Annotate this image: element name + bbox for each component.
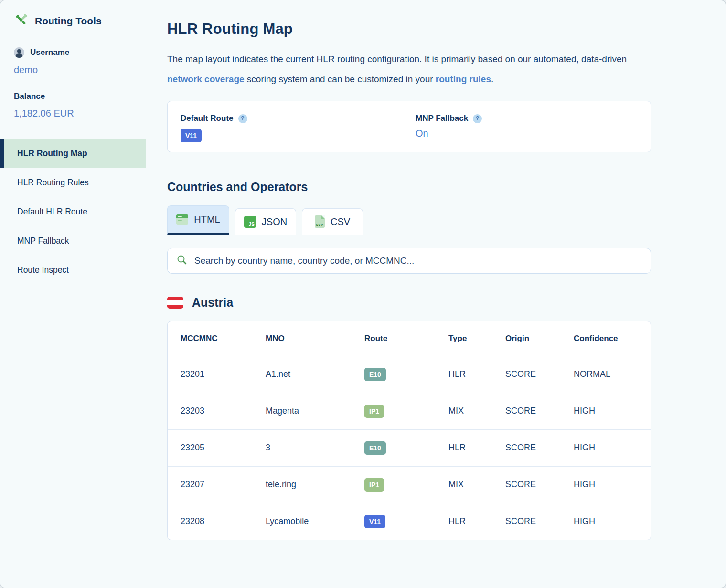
route-badge: V11 <box>364 515 385 528</box>
balance-value: 1,182.06 EUR <box>0 108 146 119</box>
route-badge: E10 <box>364 441 386 455</box>
col-header-origin: Origin <box>505 321 574 356</box>
cell-route: IP1 <box>364 466 448 503</box>
route-badge: E10 <box>364 368 386 381</box>
routing-rules-link[interactable]: routing rules <box>436 74 491 84</box>
csv-file-icon: CSV <box>315 215 325 228</box>
table-row: 23207 tele.ring IP1 MIX SCORE HIGH <box>168 466 651 503</box>
cell-mno: Magenta <box>266 393 364 429</box>
col-header-mno: MNO <box>266 321 364 356</box>
format-tabs: HTML JS JSON CSV CSV <box>167 205 651 235</box>
cell-origin: SCORE <box>505 466 574 503</box>
description-text: The map layout indicates the current HLR… <box>167 54 627 64</box>
username-label: Username <box>30 48 69 57</box>
table-row: 23205 3 E10 HLR SCORE HIGH <box>168 429 651 466</box>
app-window: Routing Tools Username demo Balance 1,18… <box>0 0 726 588</box>
cell-route: E10 <box>364 429 448 466</box>
operators-table: MCCMNC MNO Route Type Origin Confidence … <box>167 321 651 540</box>
network-coverage-link[interactable]: network coverage <box>167 74 245 84</box>
cell-mno: Lycamobile <box>266 503 364 540</box>
app-title: Routing Tools <box>35 15 102 27</box>
cell-mccmnc: 23203 <box>168 393 266 429</box>
user-avatar-icon <box>14 47 24 58</box>
cell-confidence: HIGH <box>574 393 651 429</box>
routing-tools-icon <box>14 13 28 29</box>
default-route-label: Default Route <box>181 114 234 123</box>
table-row: 23201 A1.net E10 HLR SCORE NORMAL <box>168 356 651 393</box>
sidebar-item-hlr-routing-rules[interactable]: HLR Routing Rules <box>0 168 146 197</box>
section-title-countries-operators: Countries and Operators <box>167 180 651 194</box>
description-text: scoring system and can be customized in … <box>245 74 436 84</box>
sidebar: Routing Tools Username demo Balance 1,18… <box>0 0 146 588</box>
page-title: HLR Routing Map <box>167 21 651 38</box>
mnp-fallback-value: On <box>416 128 651 139</box>
brand: Routing Tools <box>0 13 146 29</box>
cell-mccmnc: 23208 <box>168 503 266 540</box>
sidebar-nav: HLR Routing Map HLR Routing Rules Defaul… <box>0 139 146 285</box>
cell-confidence: HIGH <box>574 503 651 540</box>
page-description: The map layout indicates the current HLR… <box>167 49 652 89</box>
cell-confidence: NORMAL <box>574 356 651 393</box>
country-name: Austria <box>192 296 233 310</box>
col-header-confidence: Confidence <box>574 321 651 356</box>
table-header-row: MCCMNC MNO Route Type Origin Confidence <box>168 321 651 356</box>
search-bar <box>167 248 651 274</box>
search-icon <box>176 254 188 267</box>
tab-json-label: JSON <box>262 216 287 227</box>
cell-origin: SCORE <box>505 393 574 429</box>
cell-route: E10 <box>364 356 448 393</box>
cell-origin: SCORE <box>505 356 574 393</box>
json-js-icon: JS <box>244 216 256 228</box>
cell-confidence: HIGH <box>574 429 651 466</box>
cell-origin: SCORE <box>505 429 574 466</box>
mnp-fallback-block: MNP Fallback ? On <box>416 114 651 152</box>
csv-file-icon-text: CSV <box>316 223 323 226</box>
col-header-mccmnc: MCCMNC <box>168 321 266 356</box>
tab-html-label: HTML <box>194 214 220 225</box>
cell-confidence: HIGH <box>574 466 651 503</box>
cell-type: MIX <box>448 466 505 503</box>
mnp-fallback-help-icon[interactable]: ? <box>473 114 482 123</box>
tab-json[interactable]: JS JSON <box>235 208 296 235</box>
cell-mccmnc: 23205 <box>168 429 266 466</box>
cell-mno: tele.ring <box>266 466 364 503</box>
sidebar-item-default-hlr-route[interactable]: Default HLR Route <box>0 197 146 226</box>
austria-flag-icon <box>167 297 183 309</box>
tab-csv-label: CSV <box>331 216 350 227</box>
cell-mccmnc: 23201 <box>168 356 266 393</box>
sidebar-item-route-inspect[interactable]: Route Inspect <box>0 256 146 285</box>
country-header: Austria <box>167 296 651 310</box>
cell-mccmnc: 23207 <box>168 466 266 503</box>
search-input[interactable] <box>194 256 642 266</box>
sidebar-item-mnp-fallback[interactable]: MNP Fallback <box>0 226 146 256</box>
cell-type: MIX <box>448 393 505 429</box>
route-badge: IP1 <box>364 478 384 492</box>
tab-csv[interactable]: CSV CSV <box>302 208 363 235</box>
cell-mno: 3 <box>266 429 364 466</box>
username-row: Username <box>0 47 146 58</box>
cell-type: HLR <box>448 503 505 540</box>
route-summary-card: Default Route ? V11 MNP Fallback ? On <box>167 101 651 152</box>
mnp-fallback-label: MNP Fallback <box>416 114 468 123</box>
table-row: 23203 Magenta IP1 MIX SCORE HIGH <box>168 393 651 429</box>
cell-mno: A1.net <box>266 356 364 393</box>
default-route-help-icon[interactable]: ? <box>238 114 247 123</box>
cell-type: HLR <box>448 429 505 466</box>
col-header-route: Route <box>364 321 448 356</box>
description-text: . <box>491 74 493 84</box>
tab-html[interactable]: HTML <box>167 205 229 235</box>
balance-label: Balance <box>0 92 146 101</box>
col-header-type: Type <box>448 321 505 356</box>
route-badge: IP1 <box>364 405 384 418</box>
default-route-badge: V11 <box>181 129 202 142</box>
cell-origin: SCORE <box>505 503 574 540</box>
cell-type: HLR <box>448 356 505 393</box>
cell-route: V11 <box>364 503 448 540</box>
default-route-block: Default Route ? V11 <box>181 114 416 152</box>
sidebar-item-hlr-routing-map[interactable]: HLR Routing Map <box>0 139 146 168</box>
cell-route: IP1 <box>364 393 448 429</box>
html-browser-icon <box>176 214 188 225</box>
table-row: 23208 Lycamobile V11 HLR SCORE HIGH <box>168 503 651 540</box>
username-value: demo <box>0 64 146 75</box>
main-content: HLR Routing Map The map layout indicates… <box>146 0 726 588</box>
